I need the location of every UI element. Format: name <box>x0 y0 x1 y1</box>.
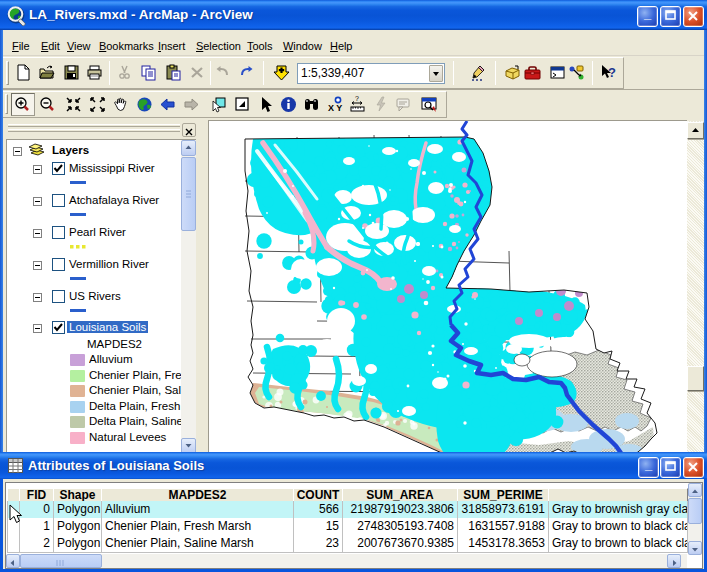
svg-text:?: ? <box>608 65 616 80</box>
svg-text:?: ? <box>355 96 359 102</box>
svg-text:X Y: X Y <box>328 103 342 113</box>
